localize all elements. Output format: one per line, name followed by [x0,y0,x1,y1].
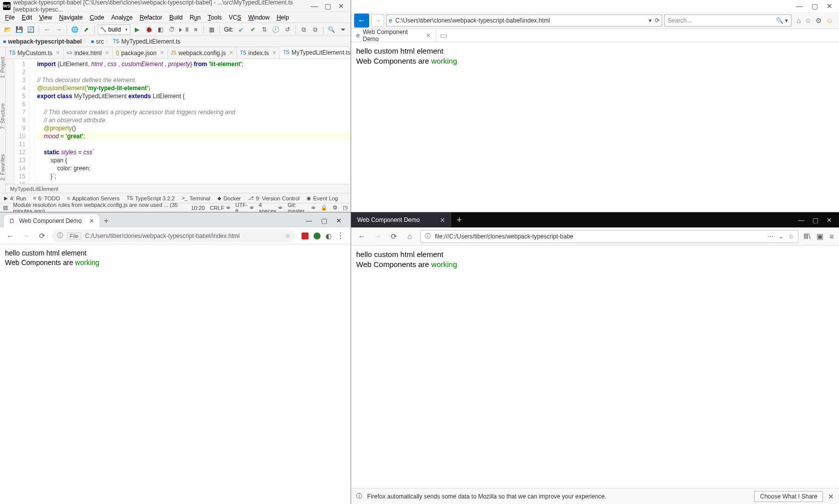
close-button[interactable]: ✕ [334,2,348,10]
menu-run[interactable]: Run [187,13,204,22]
menu-view[interactable]: View [36,13,55,22]
stop-icon[interactable]: ■ [191,25,200,35]
browser-tab[interactable]: e Web Component Demo ✕ [351,29,436,42]
menu-file[interactable]: File [2,13,18,22]
breadcrumb-folder[interactable]: src [96,38,104,45]
git-history-icon[interactable]: 🕘 [271,25,281,35]
close-tab-icon[interactable]: ✕ [272,50,276,56]
menu-analyze[interactable]: Analyze [108,13,136,22]
code-text[interactable]: import {LitElement, html , css , customE… [35,59,351,184]
toolwindow-button[interactable]: ◆Docker [217,195,241,201]
debug-icon[interactable]: 🐞 [144,25,153,35]
maximize-button[interactable]: ▢ [807,2,822,10]
status-git-branch[interactable]: Git: master ≑ [288,202,316,212]
run-config-select[interactable]: 🔨build [98,25,130,35]
run-icon[interactable]: ▶ [132,25,142,35]
git-revert-icon[interactable]: ↺ [283,25,292,35]
reload-button[interactable]: ⟳ [388,232,399,241]
status-tool-icon[interactable]: ▥ [3,204,8,211]
left-tool-favorites[interactable]: 2: Favorites [0,154,6,180]
new-tab-button[interactable]: + [99,214,113,227]
info-icon[interactable]: ⓘ [57,231,63,240]
left-tool-structure[interactable]: 7: Structure [0,103,6,129]
editor-tab[interactable]: <>index.html✕ [64,47,113,59]
status-indent[interactable]: 4 spaces ≑ [259,202,283,212]
status-caret-pos[interactable]: 10:20 [191,205,205,211]
grid-icon[interactable]: ▦ [207,25,216,35]
editor-breadcrumb[interactable]: MyTypedLitElement [6,184,351,193]
pocket-icon[interactable]: ⌄ [778,233,783,240]
maximize-button[interactable]: ▢ [321,217,327,224]
extension-icon[interactable] [302,232,309,239]
new-tab-button[interactable]: ▭ [436,29,450,42]
dropdown-icon[interactable]: ▾ [649,17,652,24]
menu-build[interactable]: Build [166,13,186,22]
new-tab-button[interactable]: + [451,212,467,227]
minimize-button[interactable]: — [798,216,804,224]
toolwindow-button[interactable]: >_Terminal [182,195,210,201]
editor-tab[interactable]: TSMyTypedLitElement.ts✕ [280,47,351,59]
status-encoding[interactable]: UTF-8 ≑ [235,202,254,212]
page-actions-icon[interactable]: ⋯ [767,233,773,240]
address-bar[interactable]: e C:\Users\tiber\clones\webpack-typescri… [386,15,662,27]
status-memory-icon[interactable]: ◳ [343,204,348,211]
sync-icon[interactable]: 🔄 [26,25,36,35]
minimize-button[interactable]: — [306,217,312,224]
maximize-button[interactable]: ▢ [812,216,818,224]
library-icon[interactable]: Ⅲ\ [803,232,810,241]
status-gear-icon[interactable]: ⚙ [333,204,338,211]
breadcrumb-file[interactable]: MyTypedLitElement.ts [121,38,180,45]
back-icon[interactable]: ← [42,25,52,35]
close-tab-icon[interactable]: ✕ [105,50,109,56]
browser-tab[interactable]: Web Component Demo ✕ [351,212,451,227]
close-tab-icon[interactable]: ✕ [160,50,164,56]
editor-tab[interactable]: TSindex.ts✕ [237,47,280,59]
choose-share-button[interactable]: Choose What I Share [754,491,823,502]
toolwindow-button[interactable]: ⎋Application Servers [67,195,120,201]
toolwindow-button[interactable]: ⎇9: Version Control [248,195,300,201]
forward-button[interactable]: → [371,14,384,27]
close-tab-icon[interactable]: ✕ [440,216,445,224]
close-tab-icon[interactable]: ✕ [426,32,431,39]
editor-breadcrumb-item[interactable]: MyTypedLitElement [10,186,59,192]
build-icon[interactable]: ⬈ [82,25,91,35]
back-button[interactable]: ← [354,14,369,28]
close-button[interactable]: ✕ [336,217,342,224]
menu-window[interactable]: Window [245,13,272,22]
back-button[interactable]: ← [356,232,367,240]
close-tab-icon[interactable]: ✕ [56,50,60,56]
favorites-icon[interactable]: ☆ [805,17,811,25]
open-icon[interactable]: 📂 [3,25,13,35]
menu-navigate[interactable]: Navigate [56,13,86,22]
menu-icon[interactable]: ⋮ [337,231,345,240]
menu-vcs[interactable]: VCS [226,13,244,22]
toolwindow-button[interactable]: ◉Event Log [307,195,338,201]
emoji-icon[interactable]: ☺ [826,17,833,25]
close-button[interactable]: ✕ [826,216,832,224]
settings-icon[interactable]: ⚙ [815,17,822,25]
status-eol[interactable]: CRLF ≑ [210,204,230,211]
git-update-icon[interactable]: ↙ [236,25,246,35]
menu-tools[interactable]: Tools [205,13,225,22]
close-info-icon[interactable]: ✕ [828,492,834,500]
menu-icon[interactable]: ≡ [829,232,834,240]
browser-tab[interactable]: 🗋 Web Component Demo ✕ [4,214,99,227]
search-icon[interactable]: 🔍 ▾ [776,17,788,24]
refresh-icon[interactable]: ⟳ [655,17,660,24]
toolwindow-button[interactable]: TSTypeScript 3.2.2 [127,195,175,201]
editor-tab[interactable]: {}package.json✕ [113,47,167,59]
profile-icon[interactable]: ⏱ [167,25,177,35]
home-button[interactable]: ⌂ [404,232,415,240]
close-tab-icon[interactable]: ✕ [229,50,233,56]
minimize-button[interactable]: — [308,2,321,10]
menu-help[interactable]: Help [273,13,292,22]
omnibox[interactable]: ⓘ File C:/Users/tiber/clones/webpack-typ… [52,229,296,242]
address-bar[interactable]: ⓘ file:///C:/Users/tiber/clones/webpack-… [420,230,798,243]
browser-icon[interactable]: 🌐 [70,25,80,35]
left-tool-project[interactable]: 1: Project [0,57,6,78]
editor-tab[interactable]: TSMyCustom.ts✕ [6,47,64,59]
extension-icon[interactable] [314,232,321,239]
bookmark-icon[interactable]: ☆ [285,232,291,239]
coverage-icon[interactable]: ◧ [156,25,165,35]
search-box[interactable]: Search... 🔍 ▾ [664,15,791,27]
